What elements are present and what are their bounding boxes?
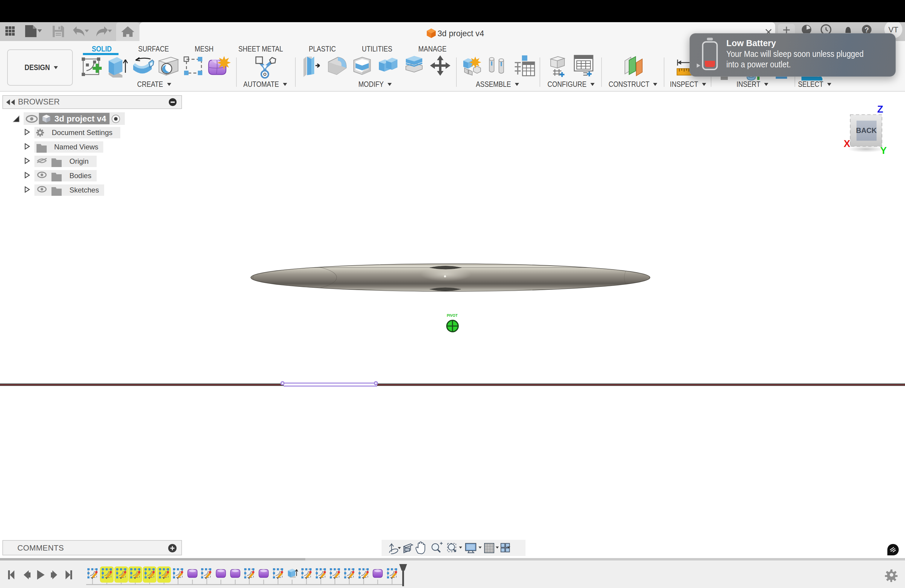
svg-text:VT: VT xyxy=(888,25,898,34)
svg-text:Z: Z xyxy=(877,103,883,114)
svg-text:?: ? xyxy=(865,26,869,34)
svg-text:X: X xyxy=(844,138,850,149)
svg-text:BACK: BACK xyxy=(856,126,877,134)
svg-text:Y: Y xyxy=(880,145,887,156)
